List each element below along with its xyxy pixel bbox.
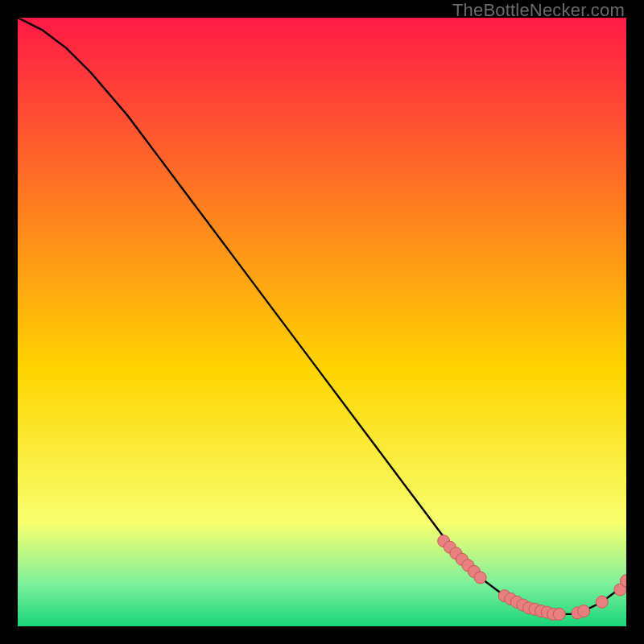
data-marker bbox=[596, 596, 608, 608]
data-marker bbox=[474, 572, 486, 584]
gradient-background bbox=[18, 18, 626, 626]
data-marker bbox=[578, 605, 590, 617]
chart-frame bbox=[18, 18, 626, 626]
bottleneck-chart bbox=[18, 18, 626, 626]
data-marker bbox=[553, 608, 565, 620]
